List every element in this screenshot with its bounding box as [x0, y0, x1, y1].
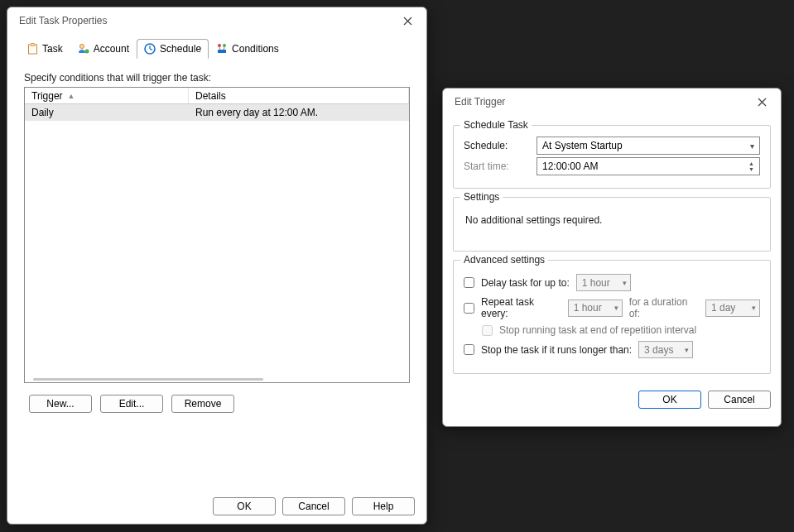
advanced-legend: Advanced settings: [460, 254, 548, 266]
titlebar: Edit Trigger: [443, 89, 781, 115]
cancel-button[interactable]: Cancel: [708, 391, 771, 409]
tab-conditions[interactable]: Conditions: [209, 39, 286, 59]
chevron-down-icon: ▾: [614, 304, 618, 312]
delay-checkbox[interactable]: [464, 277, 474, 288]
edit-task-properties-window: Edit Task Properties Task Account Schedu…: [7, 7, 427, 525]
tab-account-label: Account: [94, 43, 129, 55]
start-time-input[interactable]: 12:00:00 AM ▲▼: [537, 157, 760, 175]
schedule-icon: [144, 43, 156, 55]
window-title: Edit Task Properties: [19, 15, 108, 26]
sort-asc-icon: ▲: [68, 92, 75, 100]
close-button[interactable]: [749, 93, 774, 111]
tab-schedule-label: Schedule: [160, 43, 201, 55]
stop-end-checkbox: [482, 325, 493, 336]
svg-point-4: [79, 44, 84, 48]
table-row[interactable]: Daily Run every day at 12:00 AM.: [25, 104, 409, 121]
svg-point-9: [218, 44, 221, 47]
repeat-label: Repeat task every:: [481, 296, 561, 319]
stop-end-label: Stop running task at end of repetition i…: [499, 324, 696, 336]
cancel-button[interactable]: Cancel: [282, 497, 345, 515]
close-icon: [403, 17, 412, 26]
stop-long-select[interactable]: 3 days▾: [638, 341, 693, 358]
edit-trigger-window: Edit Trigger Schedule Task Schedule: At …: [442, 88, 782, 427]
close-icon: [758, 98, 767, 107]
svg-line-13: [224, 47, 224, 50]
window-title: Edit Trigger: [455, 96, 505, 108]
close-button[interactable]: [395, 12, 420, 30]
settings-legend: Settings: [460, 191, 503, 203]
help-button[interactable]: Help: [352, 497, 415, 515]
chevron-down-icon: ▾: [752, 304, 756, 312]
svg-point-10: [223, 44, 226, 47]
chevron-down-icon: ▾: [685, 346, 689, 354]
account-icon: [78, 43, 89, 55]
svg-line-12: [219, 47, 220, 50]
schedule-label: Schedule:: [464, 140, 528, 151]
schedule-select[interactable]: At System Startup ▾: [537, 137, 760, 155]
trigger-table[interactable]: Trigger ▲ Details Daily Run every day at…: [24, 87, 410, 383]
column-trigger[interactable]: Trigger ▲: [25, 88, 189, 103]
repeat-select[interactable]: 1 hour▾: [568, 300, 623, 317]
conditions-icon: [216, 43, 228, 55]
remove-button[interactable]: Remove: [171, 395, 234, 413]
svg-rect-3: [31, 44, 35, 46]
settings-group: Settings No additional settings required…: [453, 197, 771, 252]
spinner-icon[interactable]: ▲▼: [748, 161, 754, 172]
tab-task-label: Task: [42, 43, 63, 55]
tab-bar: Task Account Schedule Conditions: [19, 39, 415, 59]
cell-trigger: Daily: [25, 107, 189, 118]
instruction-label: Specify conditions that will trigger the…: [24, 72, 410, 84]
svg-rect-11: [218, 50, 226, 53]
new-button[interactable]: New...: [29, 395, 92, 413]
settings-text: No additional settings required.: [464, 206, 760, 241]
duration-select[interactable]: 1 day▾: [705, 300, 760, 317]
ok-button[interactable]: OK: [638, 391, 701, 409]
ok-button[interactable]: OK: [213, 497, 276, 515]
svg-point-5: [84, 50, 89, 54]
tab-conditions-label: Conditions: [232, 43, 279, 55]
edit-button[interactable]: Edit...: [100, 395, 163, 413]
horizontal-scrollbar[interactable]: [33, 378, 263, 381]
schedule-task-legend: Schedule Task: [460, 119, 532, 131]
repeat-checkbox[interactable]: [464, 303, 474, 314]
delay-label: Delay task for up to:: [481, 277, 570, 289]
titlebar: Edit Task Properties: [7, 7, 426, 34]
task-icon: [26, 43, 38, 55]
tab-account[interactable]: Account: [70, 39, 137, 59]
column-details[interactable]: Details: [189, 88, 409, 103]
cell-details: Run every day at 12:00 AM.: [189, 107, 409, 118]
start-time-label: Start time:: [464, 161, 528, 172]
advanced-settings-group: Advanced settings Delay task for up to: …: [453, 260, 771, 374]
delay-select[interactable]: 1 hour▾: [576, 274, 631, 291]
chevron-down-icon: ▾: [750, 141, 754, 151]
duration-label: for a duration of:: [629, 296, 699, 319]
schedule-task-group: Schedule Task Schedule: At System Startu…: [453, 125, 771, 189]
tab-schedule[interactable]: Schedule: [137, 39, 209, 59]
stop-long-checkbox[interactable]: [464, 344, 474, 355]
tab-task[interactable]: Task: [19, 39, 70, 59]
chevron-down-icon: ▾: [623, 279, 627, 287]
stop-long-label: Stop the task if it runs longer than:: [481, 344, 632, 356]
